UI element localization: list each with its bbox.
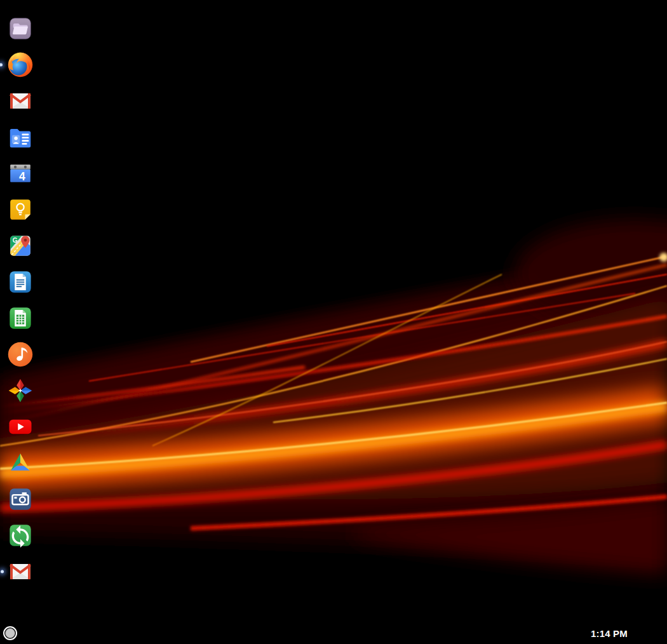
app-dock: 4 bbox=[8, 16, 33, 584]
launcher-button[interactable] bbox=[3, 626, 17, 640]
camera-icon bbox=[8, 486, 33, 512]
photos-pinwheel-icon bbox=[8, 378, 33, 403]
music-note-icon bbox=[6, 340, 34, 368]
dock-item-docs[interactable] bbox=[8, 269, 33, 295]
wallpaper bbox=[0, 0, 667, 644]
keep-note-icon bbox=[8, 197, 33, 222]
running-indicator bbox=[1, 570, 4, 574]
spreadsheet-icon bbox=[8, 305, 33, 331]
dock-item-maps[interactable]: G bbox=[8, 233, 33, 258]
gmail-icon bbox=[8, 88, 33, 114]
contacts-icon bbox=[8, 124, 33, 150]
youtube-icon bbox=[8, 414, 33, 439]
dock-item-files[interactable] bbox=[8, 16, 33, 41]
dock-item-firefox[interactable] bbox=[6, 51, 34, 79]
firefox-icon bbox=[6, 51, 34, 79]
desktop: 4 bbox=[0, 0, 667, 644]
taskbar: 1:14 PM bbox=[0, 624, 667, 644]
maps-icon: G bbox=[8, 233, 33, 258]
dock-item-youtube[interactable] bbox=[8, 414, 33, 439]
dock-item-gmail-2[interactable] bbox=[8, 559, 33, 584]
dock-item-photos[interactable] bbox=[8, 378, 33, 403]
clock[interactable]: 1:14 PM bbox=[591, 628, 628, 639]
sync-arrows-icon bbox=[8, 523, 33, 548]
maps-g-letter: G bbox=[13, 237, 18, 244]
gmail-icon bbox=[8, 559, 33, 584]
dock-item-gmail[interactable] bbox=[8, 88, 33, 114]
dock-item-drive[interactable] bbox=[8, 450, 33, 476]
dock-item-sheets[interactable] bbox=[8, 305, 33, 331]
calendar-date: 4 bbox=[19, 170, 25, 183]
calendar-icon: 4 bbox=[8, 161, 33, 186]
dock-item-screenshot[interactable] bbox=[8, 486, 33, 512]
dock-item-keep[interactable] bbox=[8, 197, 33, 222]
folder-icon bbox=[8, 16, 33, 41]
dock-item-calendar[interactable]: 4 bbox=[8, 161, 33, 186]
dock-item-music[interactable] bbox=[6, 340, 34, 368]
document-icon bbox=[8, 269, 33, 295]
drive-triangle-icon bbox=[8, 450, 33, 476]
dock-item-contacts[interactable] bbox=[8, 124, 33, 150]
launcher-circle-icon bbox=[5, 628, 15, 638]
dock-item-sync[interactable] bbox=[8, 523, 33, 548]
